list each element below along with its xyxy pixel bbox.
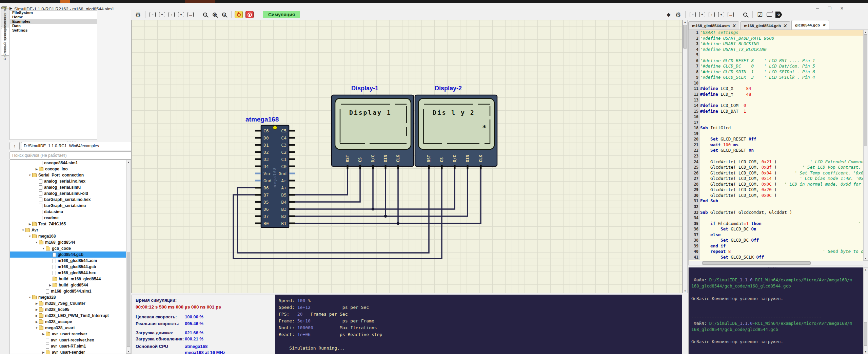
tree-item[interactable]: build_m168_glcd8544 [10,276,131,282]
save-file-icon[interactable]: ▾ [717,11,725,19]
mcu-pin[interactable] [289,159,295,160]
tree-item[interactable]: avr_usart-receiver.hex [10,337,131,343]
mcu-pin-label[interactable]: Gnd [263,178,271,183]
mcu-pin[interactable] [255,166,261,167]
tab-close-icon[interactable]: ✕ [732,23,735,28]
mcu-pin[interactable] [289,187,295,189]
display-pin-label[interactable]: D/C [452,155,457,162]
display-pin[interactable] [467,165,469,169]
tree-item[interactable]: ▶m328_7Seg_Counter [10,300,131,306]
splitter-handle[interactable]: ······ [339,292,349,296]
editor-hscrollbar[interactable] [688,261,863,265]
mcu-notch[interactable] [273,126,277,130]
expand-icon[interactable]: ▶ [34,168,39,171]
tree-item[interactable]: ▶avr_usart-receiver [10,331,131,337]
tree-item[interactable]: avr_usart-RT.sim1 [10,343,131,349]
tree-item[interactable]: ▶oscope_ino [10,166,131,172]
tree-scroll-thumb[interactable] [127,252,130,347]
mcu-pin[interactable] [289,166,295,167]
tree-item[interactable]: ▼gcb_code [10,245,131,251]
tree-item[interactable]: oscope8544.sim1 [10,160,131,166]
power-button[interactable] [235,11,243,18]
expand-icon[interactable]: ▶ [34,302,39,305]
mcu-pin[interactable] [255,173,261,174]
tree-item[interactable]: ▼m168_glcd8544 [10,239,131,245]
expand-icon[interactable]: ▶ [34,314,39,317]
mcu-pin[interactable] [289,151,295,153]
mcu-pin[interactable] [289,173,295,174]
display-screen-text[interactable]: Dis l y 2 [433,109,475,116]
run-compiler-icon[interactable]: ⚙ [775,11,783,19]
display-pin[interactable] [359,165,361,169]
tree-item[interactable]: m168_glcd8544.hex [10,270,131,276]
mcu-pin-label[interactable]: D2 [263,150,269,155]
display-screen-text[interactable]: Display 1 [349,109,392,116]
collapse-icon[interactable]: ▼ [21,229,25,232]
save-as-icon[interactable]: … [186,11,195,19]
tree-item[interactable]: m168_glcd8544.asm [10,258,131,264]
mcu-pin-label[interactable]: B0 [263,221,269,226]
mcu-pin[interactable] [255,137,261,139]
display-star-glyph[interactable]: * [482,124,487,132]
mcu-pin[interactable] [255,194,261,196]
tree-item[interactable]: ▶m328_LED_PWM_Tim2_Interrupt [10,313,131,319]
settings-gear-icon[interactable]: ⚙ [134,11,142,19]
mcu-pin-label[interactable]: B4 [281,200,287,205]
display-pin[interactable] [428,165,430,169]
mcu-pin-label[interactable]: D3 [263,157,269,162]
expand-icon[interactable]: ▶ [27,223,32,226]
tree-item[interactable]: barGraph_serial.simu [10,203,131,209]
mcu-pin[interactable] [255,144,261,146]
mcu-pin[interactable] [255,159,261,160]
tree-scrollbar[interactable]: ▲ ▼ [126,160,131,354]
editor-tab[interactable]: m168_glcd8544.asm✕ [688,21,739,30]
place-item-filesystem[interactable]: FileSystem [10,11,97,15]
compile-check-icon[interactable]: ☑ [756,11,764,19]
display-pin[interactable] [397,165,399,169]
mcu-pin[interactable] [255,187,261,189]
display-pin[interactable] [454,165,456,169]
place-item-home[interactable]: Home [10,15,97,19]
mcu-pin-label[interactable]: C4 [281,135,287,141]
mcu-title[interactable]: atmega168 [245,116,279,123]
mcu-pin-label[interactable]: C2 [281,150,287,155]
display-pin-label[interactable]: DIN [383,155,388,162]
tree-item[interactable]: barGraph_serial.ino.hex [10,197,131,203]
mcu-pin-label[interactable]: B3 [281,207,287,212]
tree-item[interactable]: ▶m328_hc595 [10,306,131,313]
mcu-pin-label[interactable]: B7 [263,192,269,198]
mcu-pin[interactable] [289,137,295,139]
mcu-pin[interactable] [289,130,295,132]
save-circuit-icon[interactable]: ▾ [177,11,185,19]
tree-item[interactable]: ▶build_glcd8544 [10,282,131,288]
mcu-pin-label[interactable]: C3 [281,143,287,148]
display-pin-label[interactable]: CLK [396,155,400,162]
mcu-pin-label[interactable]: C0 [281,164,287,169]
collapse-icon[interactable]: ▼ [27,296,32,299]
mcu-pin-label[interactable]: D7 [263,214,269,219]
display-title[interactable]: Display-2 [435,85,462,92]
save-file-as-icon[interactable]: … [727,11,735,19]
mcu-pin[interactable] [289,208,295,210]
tree-item[interactable]: ▼Avr [10,227,131,233]
tree-item[interactable]: ▼mega328_usart [10,325,131,331]
find-replace-icon[interactable] [741,11,749,19]
mcu-pin-label[interactable]: D1 [263,143,269,148]
mcu-pin-label[interactable]: B1 [281,221,287,226]
mcu-body-label[interactable]: mega168 [273,167,277,187]
mcu-pin-label[interactable]: D5 [263,200,269,205]
tree-item[interactable]: ▼Serial_Port_connection [10,172,131,178]
tree-item[interactable]: ▶m328_oscope [10,319,131,325]
mcu-pin[interactable] [255,223,261,224]
tree-item[interactable]: analog_serial.simu-old [10,190,131,197]
zoom-one-icon[interactable]: 1 [220,11,228,19]
scroll-up-icon[interactable]: ▲ [126,161,131,163]
mcu-pin[interactable] [289,180,295,182]
search-input[interactable]: Поиск файлов (Не работает) [9,151,139,160]
debug-icon[interactable]: ◆ [665,11,673,19]
expand-icon[interactable]: ▶ [34,320,39,323]
tree-item[interactable]: analog_serial.ino.hex [10,178,131,184]
tree-item[interactable]: analog_serial.simu [10,184,131,190]
mcu-pin-label[interactable]: Ar [281,178,287,183]
component-list-icon[interactable]: ≡ [149,11,157,19]
